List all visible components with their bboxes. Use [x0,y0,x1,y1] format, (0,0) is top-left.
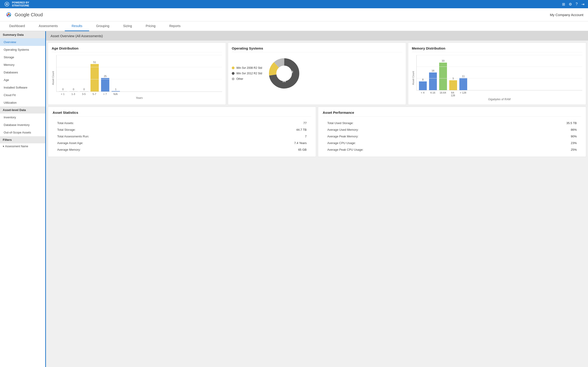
mem-label-lt4: < 4 [419,91,426,97]
perf-avg-peak-memory: Average Peak Memory: 90% [323,133,581,140]
stat-total-storage: Total Storage: 44.7 TB [52,126,311,133]
perf-avg-peak-cpu: Average Peak CPU Usage: 25% [323,146,581,153]
memory-title: Memory Distribution [412,46,582,52]
os-chart: Win Svr 2008 R2 Std Win Svr 2012 R2 Std … [232,55,402,92]
asset-statistics-card: Asset Statistics Total Assets: 77 Total … [48,107,316,157]
os-legend: Win Svr 2008 R2 Std Win Svr 2012 R2 Std … [232,66,262,81]
sidebar-item-operating-systems[interactable]: Operating Systems [0,46,45,53]
bar-label-na: N/A [111,93,120,95]
grid-icon[interactable]: ⊞ [562,2,565,6]
age-x-axis-label: Years [56,96,222,100]
sidebar-item-cloud-fit[interactable]: Cloud Fit [0,91,45,99]
gc-icon [5,10,13,19]
sidebar-item-databases[interactable]: Databases [0,69,45,76]
mem-label-16-64: 16-64 [439,91,447,97]
os-legend-dot-1 [232,72,234,75]
os-legend-dot-0 [232,67,234,69]
sidebar-item-overview[interactable]: Overview [0,38,45,46]
svg-point-5 [9,15,10,16]
mem-label-64-128: 64-128 [449,91,457,97]
sidebar-item-age[interactable]: Age [0,76,45,84]
sidebar-item-utilization[interactable]: Utilization [0,99,45,106]
tab-grouping[interactable]: Grouping [89,21,116,31]
tab-reports[interactable]: Reports [162,21,187,31]
charts-row: Age Distribution Asset Count [46,41,588,107]
bar-na: 1 [112,88,120,92]
asset-statistics-title: Asset Statistics [52,110,311,117]
tab-sizing[interactable]: Sizing [116,21,139,31]
bar-label-lt1: < 1 [59,93,67,95]
logout-icon[interactable]: ⇥ [581,2,584,6]
perf-total-used-storage: Total Used Storage: 35.5 TB [323,120,581,126]
brand-logo: POWERED BY STRATOZONE [4,1,29,7]
age-distribution-title: Age Distribution [52,46,222,52]
memory-y-axis-label: Asset Count [412,71,415,85]
bar-label-gt7: > 7 [101,93,109,95]
nav-tabs: Dashboard Assessments Results Grouping S… [0,21,588,31]
os-legend-label-0: Win Svr 2008 R2 Std [236,66,262,69]
perf-avg-cpu: Average CPU Usage: 23% [323,140,581,146]
sidebar-item-memory[interactable]: Memory [0,61,45,69]
mem-bar-gt128: 11 [459,75,467,90]
tab-results[interactable]: Results [65,21,89,31]
mem-label-4-16: 4-16 [429,91,437,97]
os-legend-label-2: Other [236,77,243,81]
svg-point-4 [8,13,9,14]
stat-total-assessments: Total Assessments Run: 7 [52,133,311,140]
filter-assessment-name[interactable]: ▾ Assessment Name [0,143,45,149]
mem-bar-64-128: 9 [449,77,457,90]
top-bar: POWERED BY STRATOZONE ⊞ ⚙ ? ⇥ [0,0,588,8]
asset-section-header: Asset-level Data [0,106,45,114]
company-name: Google Cloud [15,12,43,17]
os-legend-item-0: Win Svr 2008 R2 Std [232,66,262,69]
mem-label-gt128: > 128 [459,91,467,97]
page-title: Asset Overview (All Assessments) [46,31,588,41]
settings-icon[interactable]: ⚙ [569,2,572,6]
filters-section-header: Filters [0,136,45,143]
os-legend-dot-2 [232,77,234,80]
memory-x-axis-label: Gigabytes of RAM [416,98,582,101]
bar-gt7: 25 [101,75,109,92]
tab-dashboard[interactable]: Dashboard [2,21,32,31]
stat-avg-age: Average Asset Age: 7.4 Years [52,140,311,146]
filter-chevron-icon: ▾ [3,145,4,148]
header: Google Cloud My Company Account [0,8,588,21]
stat-avg-memory: Average Memory: 65 GB [52,146,311,153]
stratozone-logo [4,1,10,7]
mem-bar-4-16: 16 [429,69,437,90]
tab-pricing[interactable]: Pricing [139,21,162,31]
bar-label-1-3: 1-3 [69,93,78,95]
donut-chart: 9 12 56 [266,55,303,92]
asset-performance-card: Asset Performance Total Used Storage: 35… [318,107,586,157]
content-area: Asset Overview (All Assessments) Age Dis… [46,31,588,367]
brand-text: POWERED BY STRATOZONE [12,1,29,7]
age-y-axis-label: Asset Count [52,71,54,85]
bar-lt1: 0 [59,88,67,92]
svg-point-2 [6,4,7,5]
sidebar: Summary Data Overview Operating Systems … [0,31,46,367]
stats-row: Asset Statistics Total Assets: 77 Total … [46,107,588,159]
memory-distribution-card: Memory Distribution Asset Count [408,42,586,105]
asset-performance-title: Asset Performance [323,110,581,117]
mem-bar-16-64: 33 [439,59,447,90]
sidebar-item-inventory[interactable]: Inventory [0,114,45,121]
bar-label-5-7: 5-7 [90,93,99,95]
sidebar-item-database-inventory[interactable]: Database Inventory [0,121,45,129]
sidebar-item-installed-software[interactable]: Installed Software [0,84,45,91]
svg-point-10 [278,67,291,80]
operating-systems-card: Operating Systems Win Svr 2008 R2 Std Wi… [228,42,406,105]
bar-5-7: 51 [90,61,99,92]
main-layout: Summary Data Overview Operating Systems … [0,31,588,367]
os-legend-item-1: Win Svr 2012 R2 Std [232,72,262,75]
bar-label-3-5: 3-5 [80,93,88,95]
svg-text:9: 9 [284,65,285,68]
help-icon[interactable]: ? [576,2,578,6]
account-name: My Company Account [550,13,583,17]
sidebar-item-storage[interactable]: Storage [0,53,45,61]
perf-avg-used-memory: Average Used Memory: 86% [323,126,581,133]
svg-text:56: 56 [282,79,286,83]
tab-assessments[interactable]: Assessments [32,21,65,31]
svg-point-6 [7,15,8,16]
age-distribution-card: Age Distribution Asset Count [48,42,226,105]
sidebar-item-out-of-scope[interactable]: Out-of-Scope Assets [0,129,45,136]
